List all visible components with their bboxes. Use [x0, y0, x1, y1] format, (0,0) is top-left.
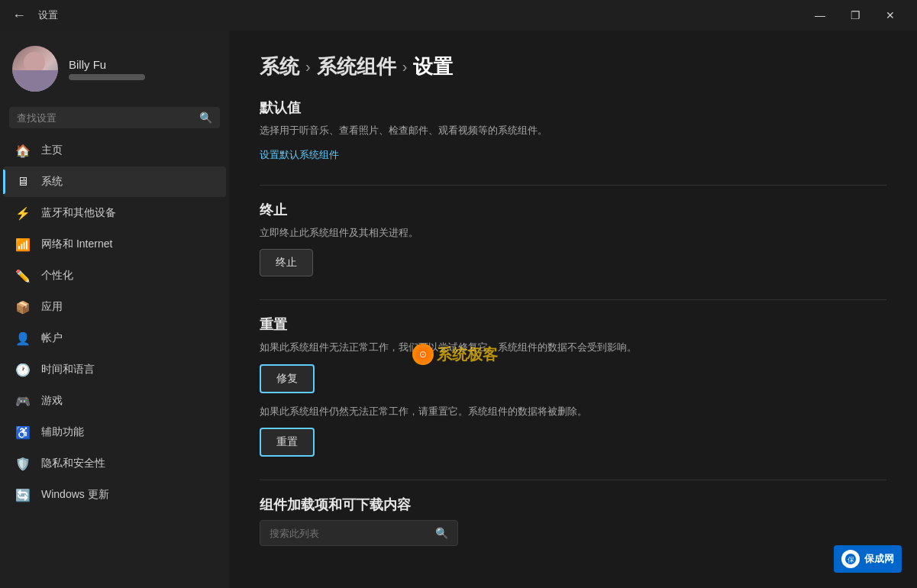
nav-icon-privacy: 🛡️	[15, 456, 31, 471]
search-list-input[interactable]	[270, 528, 429, 539]
sidebar-item-personalization[interactable]: ✏️ 个性化	[3, 260, 226, 291]
nav-label-privacy: 隐私和安全性	[41, 457, 105, 470]
breadcrumb-sep-2: ›	[402, 58, 408, 76]
sidebar-item-accounts[interactable]: 👤 帐户	[3, 323, 226, 354]
section-desc-terminate: 立即终止此系统组件及其相关进程。	[260, 225, 886, 241]
nav-label-apps: 应用	[41, 300, 63, 314]
content-wrapper: 系统 › 系统组件 › 设置 默认值 选择用于听音乐、查看照片、检查邮件、观看视…	[260, 53, 886, 546]
nav-icon-home: 🏠	[15, 143, 31, 158]
titlebar-title: 设置	[38, 8, 58, 22]
nav-icon-bluetooth: ⚡	[15, 205, 31, 221]
nav-icon-time: 🕐	[15, 362, 31, 377]
user-email-bar	[69, 74, 145, 80]
minimize-button[interactable]: —	[802, 0, 838, 31]
sidebar-item-network[interactable]: 📶 网络和 Internet	[3, 229, 226, 260]
section-defaults: 默认值 选择用于听音乐、查看照片、检查邮件、观看视频等的系统组件。 设置默认系统…	[260, 99, 886, 162]
section-title-terminate: 终止	[260, 201, 886, 219]
search-input[interactable]	[17, 112, 193, 124]
reset-button[interactable]: 重置	[260, 428, 315, 457]
divider-3	[260, 480, 886, 480]
sidebar-nav: 🏠 主页 🖥 系统 ⚡ 蓝牙和其他设备 📶 网络和 Internet ✏️ 个性…	[0, 134, 229, 511]
sidebar-item-system[interactable]: 🖥 系统	[3, 166, 226, 197]
divider-1	[260, 185, 886, 186]
section-terminate: 终止 立即终止此系统组件及其相关进程。 终止	[260, 201, 886, 277]
section-title-reset: 重置	[260, 315, 886, 334]
breadcrumb-item-2: 系统组件	[317, 53, 396, 80]
breadcrumb-sep-1: ›	[305, 58, 311, 76]
section-title-addons: 组件加载项和可下载内容	[260, 496, 886, 514]
breadcrumb-item-1: 系统	[260, 53, 299, 80]
maximize-button[interactable]: ❐	[838, 0, 873, 31]
search-icon: 🔍	[199, 111, 212, 124]
nav-icon-personalization: ✏️	[15, 268, 31, 283]
search-list-icon: 🔍	[435, 527, 448, 539]
section-desc-reset-2: 如果此系统组件仍然无法正常工作，请重置它。系统组件的数据将被删除。	[260, 404, 886, 419]
nav-icon-system: 🖥	[15, 174, 31, 189]
repair-button[interactable]: 修复	[260, 364, 315, 393]
breadcrumb-current: 设置	[413, 53, 453, 80]
section-addons: 组件加载项和可下载内容 🔍	[260, 496, 886, 546]
terminate-button[interactable]: 终止	[260, 249, 313, 276]
sidebar-item-windows_update[interactable]: 🔄 Windows 更新	[3, 480, 226, 510]
breadcrumb: 系统 › 系统组件 › 设置	[260, 53, 886, 80]
search-box[interactable]: 🔍	[9, 107, 220, 128]
nav-label-network: 网络和 Internet	[41, 237, 112, 251]
nav-label-accessibility: 辅助功能	[41, 425, 84, 439]
nav-label-windows_update: Windows 更新	[41, 488, 109, 502]
divider-2	[260, 299, 886, 300]
section-title-defaults: 默认值	[260, 99, 886, 117]
nav-icon-apps: 📦	[15, 299, 31, 315]
sidebar-item-accessibility[interactable]: ♿ 辅助功能	[3, 417, 226, 447]
sidebar-item-home[interactable]: 🏠 主页	[3, 135, 226, 166]
sidebar-item-bluetooth[interactable]: ⚡ 蓝牙和其他设备	[3, 198, 226, 228]
avatar	[12, 46, 58, 92]
section-reset: 重置 如果此系统组件无法正常工作，我们可以尝试修复它。系统组件的数据不会受到影响…	[260, 315, 886, 457]
nav-icon-network: 📶	[15, 237, 31, 252]
nav-icon-gaming: 🎮	[15, 393, 31, 409]
nav-icon-accessibility: ♿	[15, 425, 31, 440]
titlebar-left: ← 设置	[9, 5, 58, 27]
search-list-box[interactable]: 🔍	[260, 520, 458, 546]
back-button[interactable]: ←	[9, 5, 29, 27]
sidebar: Billy Fu 🔍 🏠 主页 🖥 系统 ⚡ 蓝牙和其他设备 📶 网络和 Int…	[0, 31, 229, 588]
nav-label-system: 系统	[41, 175, 63, 189]
sidebar-item-time[interactable]: 🕐 时间和语言	[3, 354, 226, 385]
sidebar-item-gaming[interactable]: 🎮 游戏	[3, 386, 226, 416]
section-desc-reset-1: 如果此系统组件无法正常工作，我们可以尝试修复它。系统组件的数据不会受到影响。	[260, 340, 886, 355]
nav-label-bluetooth: 蓝牙和其他设备	[41, 206, 116, 220]
titlebar: ← 设置 — ❐ ✕	[0, 0, 917, 31]
nav-label-accounts: 帐户	[41, 331, 63, 345]
sidebar-item-apps[interactable]: 📦 应用	[3, 292, 226, 322]
nav-label-time: 时间和语言	[41, 363, 95, 376]
nav-icon-accounts: 👤	[15, 331, 31, 346]
close-button[interactable]: ✕	[873, 0, 908, 31]
sidebar-item-privacy[interactable]: 🛡️ 隐私和安全性	[3, 448, 226, 479]
user-info: Billy Fu	[69, 58, 145, 80]
user-profile: Billy Fu	[0, 31, 229, 107]
nav-label-gaming: 游戏	[41, 394, 63, 408]
section-desc-defaults: 选择用于听音乐、查看照片、检查邮件、观看视频等的系统组件。	[260, 123, 886, 138]
titlebar-controls: — ❐ ✕	[802, 0, 908, 31]
nav-label-home: 主页	[41, 144, 63, 157]
user-name: Billy Fu	[69, 58, 145, 71]
nav-label-personalization: 个性化	[41, 269, 73, 283]
section-link-defaults[interactable]: 设置默认系统组件	[260, 149, 339, 160]
nav-icon-windows_update: 🔄	[15, 487, 31, 502]
main-layout: Billy Fu 🔍 🏠 主页 🖥 系统 ⚡ 蓝牙和其他设备 📶 网络和 Int…	[0, 31, 917, 588]
content-area: 系统 › 系统组件 › 设置 默认值 选择用于听音乐、查看照片、检查邮件、观看视…	[229, 31, 917, 588]
